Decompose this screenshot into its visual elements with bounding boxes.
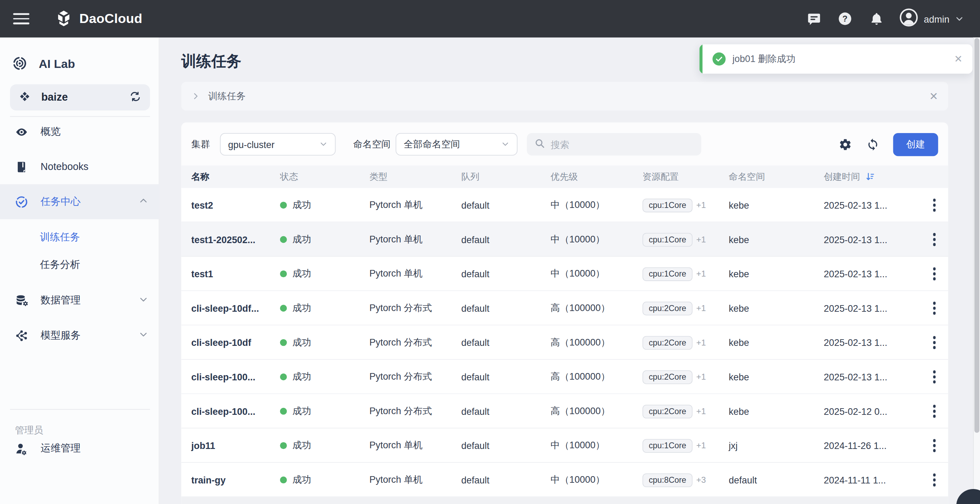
- resource-more-badge[interactable]: +1: [696, 407, 706, 416]
- help-icon[interactable]: ?: [837, 10, 853, 27]
- column-header-status[interactable]: 状态: [280, 171, 370, 183]
- column-header-namespace[interactable]: 命名空间: [729, 171, 824, 183]
- resource-more-badge[interactable]: +1: [696, 304, 706, 313]
- job-name-link[interactable]: job11: [191, 440, 280, 451]
- resource-more-badge[interactable]: +1: [696, 235, 706, 244]
- row-actions-kebab-icon[interactable]: [929, 332, 940, 353]
- job-name-link[interactable]: test2: [191, 200, 280, 210]
- resource-more-badge[interactable]: +1: [696, 269, 706, 279]
- resource-chip[interactable]: cpu:2Core: [643, 404, 692, 418]
- breadcrumb-close-icon[interactable]: ✕: [929, 91, 938, 101]
- breadcrumb-label[interactable]: 训练任务: [208, 90, 246, 102]
- sidebar-item-notebooks[interactable]: Notebooks: [0, 149, 159, 184]
- settings-gear-icon[interactable]: [836, 135, 854, 154]
- user-menu[interactable]: admin: [899, 8, 964, 29]
- sidebar-item-task-center[interactable]: 任务中心: [0, 184, 159, 219]
- sidebar-item-data-management[interactable]: 数据管理: [0, 283, 159, 318]
- job-name-link[interactable]: cli-sleep-100...: [191, 372, 280, 382]
- table-row[interactable]: test1-202502...成功Pytorch 单机default中（1000…: [181, 222, 948, 257]
- table-row[interactable]: test1成功Pytorch 单机default中（10000）cpu:1Cor…: [181, 257, 948, 291]
- job-name-link[interactable]: test1: [191, 269, 280, 279]
- table-row[interactable]: job11成功Pytorch 单机default中（10000）cpu:1Cor…: [181, 428, 948, 463]
- column-header-name[interactable]: 名称: [191, 171, 280, 183]
- column-header-created[interactable]: 创建时间: [824, 171, 921, 183]
- create-button[interactable]: 创建: [893, 133, 938, 156]
- table-row[interactable]: cli-sleep-100...成功Pytorch 分布式default高（10…: [181, 394, 948, 428]
- workspace-selector[interactable]: baize: [10, 84, 150, 110]
- resource-chip[interactable]: cpu:1Core: [643, 439, 692, 452]
- message-icon[interactable]: [806, 10, 822, 27]
- brand[interactable]: DaoCloud: [54, 10, 143, 28]
- hamburger-menu-icon[interactable]: [13, 13, 30, 24]
- sidebar-item-overview[interactable]: 概览: [0, 114, 159, 149]
- sort-descending-icon[interactable]: [865, 172, 875, 182]
- column-header-type[interactable]: 类型: [369, 171, 461, 183]
- job-type: Pytorch 单机: [369, 474, 461, 486]
- status-text: 成功: [293, 405, 312, 417]
- resource-chip[interactable]: cpu:1Core: [643, 267, 692, 281]
- job-queue: default: [461, 303, 551, 313]
- sidebar-item-model-services[interactable]: 模型服务: [0, 318, 159, 353]
- cluster-select[interactable]: gpu-cluster: [220, 133, 336, 156]
- table-row[interactable]: cli-sleep-10df成功Pytorch 分布式default高（1000…: [181, 325, 948, 360]
- job-namespace: kebe: [729, 303, 824, 313]
- job-name-link[interactable]: train-gy: [191, 475, 280, 485]
- eye-icon: [15, 126, 28, 138]
- toast-close-icon[interactable]: ✕: [954, 54, 963, 64]
- column-header-queue[interactable]: 队列: [461, 171, 551, 183]
- person-gear-icon: [15, 442, 28, 455]
- table-row[interactable]: cli-sleep-100...成功Pytorch 分布式default高（10…: [181, 360, 948, 394]
- table-row[interactable]: train-gy成功Pytorch 单机default中（10000）cpu:8…: [181, 463, 948, 498]
- job-type: Pytorch 单机: [369, 268, 461, 280]
- resource-chip[interactable]: cpu:1Core: [643, 198, 692, 212]
- resource-more-badge[interactable]: +1: [696, 200, 706, 210]
- job-resources: cpu:1Core+1: [643, 198, 729, 212]
- page-scrollbar[interactable]: [973, 38, 980, 504]
- job-created-time: 2025-02-13 1...: [824, 234, 921, 245]
- job-queue: default: [461, 234, 551, 245]
- row-actions-kebab-icon[interactable]: [929, 436, 940, 456]
- resource-chip[interactable]: cpu:8Core: [643, 473, 692, 487]
- row-actions-kebab-icon[interactable]: [929, 298, 940, 318]
- job-name-link[interactable]: test1-202502...: [191, 234, 280, 245]
- sidebar-item-training-jobs[interactable]: 训练任务: [0, 224, 159, 251]
- job-priority: 中（10000）: [551, 234, 643, 246]
- job-status: 成功: [280, 474, 370, 486]
- table-body: test2成功Pytorch 单机default中（10000）cpu:1Cor…: [181, 188, 948, 498]
- sidebar-item-label: 任务分析: [40, 258, 80, 271]
- sidebar-item-ops-management[interactable]: 运维管理: [0, 431, 159, 466]
- job-type: Pytorch 单机: [369, 199, 461, 211]
- column-header-resources[interactable]: 资源配置: [643, 171, 729, 183]
- row-actions-kebab-icon[interactable]: [929, 229, 940, 250]
- resource-chip[interactable]: cpu:1Core: [643, 233, 692, 246]
- resource-more-badge[interactable]: +1: [696, 441, 706, 450]
- row-actions-kebab-icon[interactable]: [929, 401, 940, 421]
- workspace-switch-icon[interactable]: [129, 90, 141, 105]
- resource-more-badge[interactable]: +3: [696, 475, 706, 485]
- job-name-link[interactable]: cli-sleep-100...: [191, 406, 280, 416]
- notification-bell-icon[interactable]: [868, 10, 885, 27]
- resource-chip[interactable]: cpu:2Core: [643, 336, 692, 349]
- job-created-time: 2025-02-13 1...: [824, 337, 921, 348]
- resource-chip[interactable]: cpu:2Core: [643, 301, 692, 315]
- row-actions-kebab-icon[interactable]: [929, 470, 940, 490]
- table-row[interactable]: cli-sleep-10df...成功Pytorch 分布式default高（1…: [181, 291, 948, 326]
- job-name-link[interactable]: cli-sleep-10df...: [191, 303, 280, 313]
- job-name-link[interactable]: cli-sleep-10df: [191, 337, 280, 348]
- row-actions-kebab-icon[interactable]: [929, 195, 940, 215]
- scrollbar-thumb[interactable]: [974, 38, 979, 432]
- job-created-time: 2025-02-13 1...: [824, 200, 921, 210]
- content-card: 集群 gpu-cluster 命名空间 全部命名空间: [181, 122, 948, 504]
- table-row[interactable]: test2成功Pytorch 单机default中（10000）cpu:1Cor…: [181, 188, 948, 223]
- sidebar-item-task-analysis[interactable]: 任务分析: [0, 251, 159, 279]
- status-text: 成功: [293, 474, 312, 486]
- refresh-icon[interactable]: [863, 135, 882, 154]
- namespace-select[interactable]: 全部命名空间: [396, 133, 518, 156]
- resource-more-badge[interactable]: +1: [696, 338, 706, 347]
- row-actions-kebab-icon[interactable]: [929, 264, 940, 284]
- column-header-priority[interactable]: 优先级: [551, 171, 643, 183]
- resource-more-badge[interactable]: +1: [696, 372, 706, 382]
- search-input[interactable]: [551, 139, 676, 149]
- resource-chip[interactable]: cpu:2Core: [643, 370, 692, 383]
- row-actions-kebab-icon[interactable]: [929, 367, 940, 387]
